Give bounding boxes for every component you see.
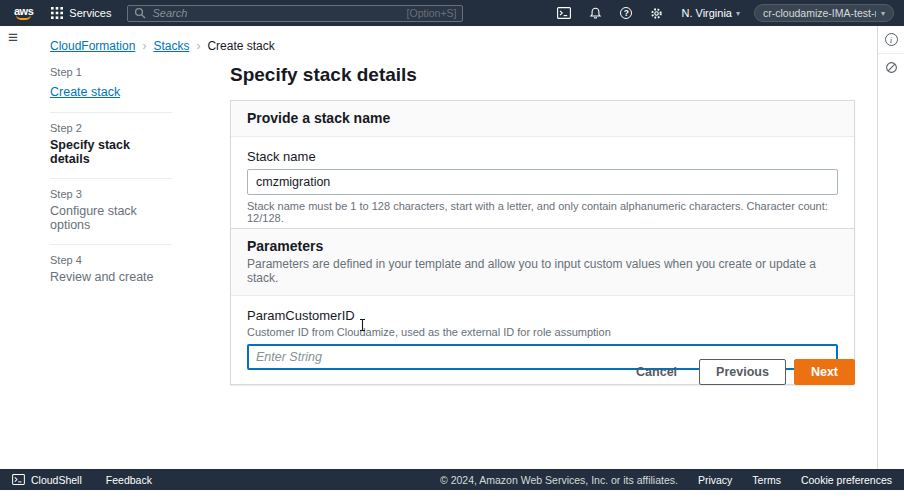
param-customer-id-label: ParamCustomerID [247,308,838,323]
cloudshell-terminal-icon [12,474,25,485]
cloudshell-footer-button[interactable]: CloudShell [12,474,82,486]
slashed-circle-icon [885,61,898,74]
menu-icon[interactable]: ≡ [8,29,18,46]
cloudshell-button[interactable] [557,7,571,19]
step-3-number: Step 3 [50,188,172,200]
param-customer-id-description: Customer ID from Cloudamize, used as the… [247,326,838,338]
next-button[interactable]: Next [794,359,855,385]
breadcrumb-current: Create stack [207,39,274,53]
step-1-number: Step 1 [50,66,172,78]
stack-name-card-title: Provide a stack name [247,110,838,126]
stack-name-input[interactable] [247,169,838,195]
info-panel-button[interactable]: i [878,26,904,54]
cloudshell-footer-label: CloudShell [31,474,82,486]
cookie-preferences-link[interactable]: Cookie preferences [801,474,892,486]
chevron-down-icon: ▾ [881,9,885,18]
stack-name-card: Provide a stack name Stack name Stack na… [230,100,855,239]
account-menu[interactable]: cr-cloudamize-IMA-test-migrat... ▾ [754,4,894,22]
search-icon [134,7,146,19]
aws-logo[interactable]: aws [14,6,33,20]
chevron-separator-icon: › [142,39,146,53]
breadcrumb-link-cloudformation[interactable]: CloudFormation [50,39,135,53]
services-grid-icon [51,7,63,19]
search-input[interactable]: Search [Option+S] [127,5,463,22]
stack-name-label: Stack name [247,149,838,164]
chevron-down-icon: ▾ [736,9,740,18]
wizard-actions: Cancel Previous Next [230,359,855,385]
breadcrumb: CloudFormation › Stacks › Create stack [50,39,275,53]
step-2-label: Specify stack details [50,138,172,166]
region-label: N. Virginia [681,7,732,19]
question-mark-icon: ? [620,7,632,19]
wizard-steps: Step 1 Create stack Step 2 Specify stack… [50,57,172,296]
feedback-button[interactable]: Feedback [106,474,152,486]
info-icon: i [885,33,898,46]
top-navigation-bar: aws Services Search [Option+S] [0,0,904,26]
console-footer: CloudShell Feedback © 2024, Amazon Web S… [0,469,904,490]
account-label: cr-cloudamize-IMA-test-migrat... [763,7,876,19]
step-3-label: Configure stack options [50,204,172,232]
gear-icon [650,7,663,20]
step-3: Step 3 Configure stack options [50,179,172,245]
help-panel-rail: i [877,26,904,469]
notifications-button[interactable] [589,7,602,20]
settings-button[interactable] [650,7,663,20]
page-title: Specify stack details [230,64,417,86]
step-4-number: Step 4 [50,254,172,266]
parameters-card-title: Parameters [247,238,838,254]
services-menu[interactable]: Services [51,7,111,19]
search-placeholder: Search [152,7,187,19]
footer-right: © 2024, Amazon Web Services, Inc. or its… [440,474,892,486]
copyright-text: © 2024, Amazon Web Services, Inc. or its… [440,474,678,486]
step-2-number: Step 2 [50,122,172,134]
cloudshell-terminal-icon [557,7,571,19]
step-2: Step 2 Specify stack details [50,113,172,179]
breadcrumb-link-stacks[interactable]: Stacks [153,39,189,53]
stack-name-card-body: Stack name Stack name must be 1 to 128 c… [231,137,854,238]
step-4: Step 4 Review and create [50,245,172,296]
footer-left: CloudShell Feedback [12,474,152,486]
step-1: Step 1 Create stack [50,57,172,113]
aws-console-window: aws Services Search [Option+S] [0,0,904,500]
parameters-card-description: Parameters are defined in your template … [247,257,838,285]
parameters-card-header: Parameters Parameters are defined in you… [231,229,854,296]
chevron-separator-icon: › [196,39,200,53]
cancel-button[interactable]: Cancel [622,359,691,385]
step-4-label: Review and create [50,270,172,284]
search-shortcut-hint: [Option+S] [407,7,457,19]
aws-logo-smile [16,15,31,20]
step-1-link[interactable]: Create stack [50,85,120,99]
stack-name-helper-text: Stack name must be 1 to 128 characters, … [247,200,838,224]
stack-name-card-header: Provide a stack name [231,101,854,137]
terms-link[interactable]: Terms [752,474,781,486]
previous-button[interactable]: Previous [699,359,786,385]
privacy-link[interactable]: Privacy [698,474,732,486]
panel-toggle-button[interactable] [878,54,904,81]
help-button[interactable]: ? [620,7,632,19]
services-label: Services [69,7,111,19]
region-selector[interactable]: N. Virginia ▾ [681,7,740,19]
bell-icon [589,7,602,20]
